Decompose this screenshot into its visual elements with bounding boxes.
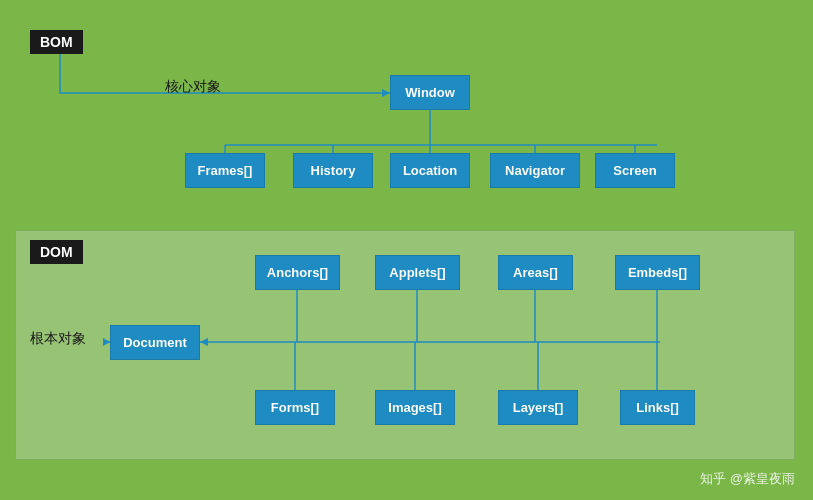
watermark: 知乎 @紫皇夜雨 [700, 470, 795, 488]
root-object-label: 根本对象 [30, 330, 86, 348]
forms-box: Forms[] [255, 390, 335, 425]
history-box: History [293, 153, 373, 188]
bom-label: BOM [30, 30, 83, 54]
location-box: Location [390, 153, 470, 188]
frames-box: Frames[] [185, 153, 265, 188]
embeds-box: Embeds[] [615, 255, 700, 290]
links-box: Links[] [620, 390, 695, 425]
svg-marker-0 [382, 89, 390, 97]
window-box: Window [390, 75, 470, 110]
screen-box: Screen [595, 153, 675, 188]
layers-box: Layers[] [498, 390, 578, 425]
images-box: Images[] [375, 390, 455, 425]
document-box: Document [110, 325, 200, 360]
areas-box: Areas[] [498, 255, 573, 290]
anchors-box: Anchors[] [255, 255, 340, 290]
core-object-label: 核心对象 [165, 78, 221, 96]
dom-label: DOM [30, 240, 83, 264]
navigator-box: Navigator [490, 153, 580, 188]
main-container: BOM DOM 核心对象 根本对象 Window Frames[] Histor… [0, 0, 813, 500]
applets-box: Applets[] [375, 255, 460, 290]
